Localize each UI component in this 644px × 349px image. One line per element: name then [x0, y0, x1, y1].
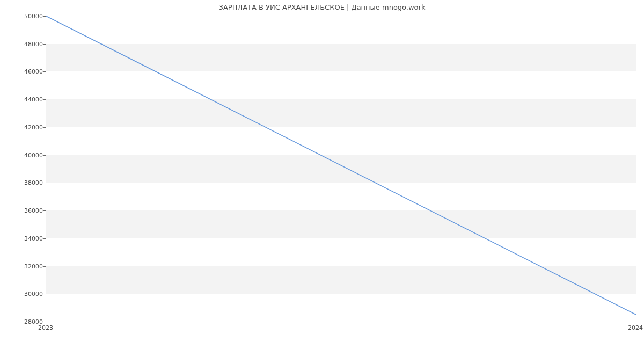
y-tick-mark	[43, 127, 46, 128]
data-line	[46, 16, 636, 315]
y-tick-label: 50000	[0, 13, 43, 20]
y-tick-label: 46000	[0, 68, 43, 75]
y-tick-label: 36000	[0, 207, 43, 214]
y-tick-label: 40000	[0, 151, 43, 158]
y-tick-mark	[43, 155, 46, 156]
y-tick-mark	[43, 266, 46, 267]
y-tick-mark	[43, 210, 46, 211]
chart-container: ЗАРПЛАТА В УИС АРХАНГЕЛЬСКОЕ | Данные mn…	[0, 0, 644, 349]
y-tick-mark	[43, 294, 46, 294]
y-tick-mark	[43, 99, 46, 100]
y-tick-label: 38000	[0, 179, 43, 186]
y-tick-label: 28000	[0, 318, 43, 325]
x-tick-label: 2024	[628, 324, 643, 331]
y-tick-mark	[43, 238, 46, 239]
x-tick-label: 2023	[38, 324, 53, 331]
y-tick-mark	[43, 44, 46, 45]
y-tick-label: 30000	[0, 290, 43, 297]
plot-area	[46, 16, 636, 322]
y-tick-label: 44000	[0, 96, 43, 103]
y-tick-mark	[43, 183, 46, 183]
line-series	[46, 16, 636, 322]
y-tick-label: 32000	[0, 263, 43, 270]
y-tick-label: 34000	[0, 235, 43, 242]
y-tick-label: 42000	[0, 123, 43, 130]
y-tick-mark	[43, 322, 46, 322]
y-tick-label: 48000	[0, 40, 43, 47]
chart-title: ЗАРПЛАТА В УИС АРХАНГЕЛЬСКОЕ | Данные mn…	[0, 3, 644, 11]
y-tick-mark	[43, 71, 46, 72]
y-tick-mark	[43, 16, 46, 17]
